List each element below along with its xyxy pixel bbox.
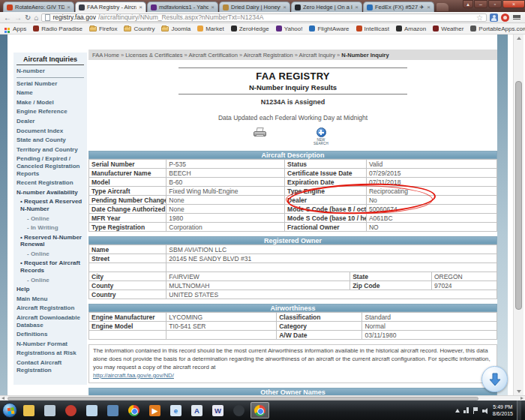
- close-button[interactable]: ×: [502, 0, 525, 8]
- bookmark-country[interactable]: Country: [124, 26, 154, 32]
- network-icon[interactable]: [464, 407, 470, 413]
- sidebar-item-main-menu[interactable]: Main Menu: [16, 296, 84, 303]
- sidebar-item-reserved-n-number-renewal[interactable]: Reserved N-Number Renewal: [20, 234, 84, 248]
- forward-icon[interactable]: →: [14, 14, 22, 22]
- aircraft-record-link[interactable]: http://aircraft.faa.gov/e.gov/ND/: [93, 372, 174, 379]
- scroll-up-arrow[interactable]: [517, 37, 521, 40]
- taskbar-windows-explorer[interactable]: [20, 402, 38, 418]
- new-tab-button[interactable]: [436, 3, 448, 11]
- url-bar[interactable]: registry.faa.gov /aircraftinquiry/NNum_R…: [41, 14, 487, 22]
- breadcrumb-aircraft-certification[interactable]: Aircraft Certification: [188, 52, 237, 58]
- bookmark-market[interactable]: Market: [197, 26, 224, 32]
- bookmark-joomla[interactable]: Joomla: [161, 26, 190, 32]
- sidebar-item-contact-aircraft-registration[interactable]: Contact Aircraft Registration: [16, 359, 84, 374]
- print-icon[interactable]: [254, 128, 266, 138]
- home-icon[interactable]: ⌂: [34, 14, 38, 22]
- browser-tab-mdfavionics1-yahoo-m[interactable]: mdfavionics1 - Yahoo M×: [147, 2, 218, 12]
- bookmark-zerohedge[interactable]: ZeroHedge: [231, 26, 269, 32]
- sidebar-item-state-and-county[interactable]: State and County: [16, 136, 84, 144]
- start-button[interactable]: [2, 403, 17, 418]
- taskbar-notepad[interactable]: [82, 402, 101, 418]
- horizontal-scrollbar[interactable]: [0, 395, 525, 400]
- frame-uparrow-button[interactable]: ▴: [463, 0, 473, 8]
- sidebar-item-aircraft-registration[interactable]: Aircraft Registration: [16, 304, 84, 312]
- tab-close-icon[interactable]: ×: [427, 4, 430, 10]
- sidebar-item-make-model[interactable]: Make / Model: [16, 99, 84, 106]
- chrome-menu-icon[interactable]: [512, 14, 521, 21]
- sidebar-item-online[interactable]: Online: [27, 277, 84, 284]
- sidebar-item-definitions[interactable]: Definitions: [16, 331, 84, 338]
- vertical-scrollbar[interactable]: [513, 34, 524, 395]
- sidebar-item-document-index[interactable]: Document Index: [16, 128, 84, 135]
- taskbar-calculator[interactable]: [40, 402, 59, 418]
- red-extension-icon[interactable]: [501, 14, 509, 22]
- sidebar-item-pending-expired-canceled-registration-reports[interactable]: Pending / Expired / Canceled Registratio…: [16, 155, 84, 177]
- tab-close-icon[interactable]: ×: [211, 4, 214, 10]
- apps-shortcut[interactable]: Apps: [4, 26, 26, 32]
- tab-close-icon[interactable]: ×: [355, 4, 358, 10]
- breadcrumb-licenses-certificates[interactable]: Licenses & Certificates: [125, 52, 182, 58]
- show-desktop-button[interactable]: [517, 400, 521, 420]
- maximize-button[interactable]: ▫: [488, 0, 502, 8]
- scroll-down-arrow[interactable]: [517, 390, 521, 393]
- browser-tab-faa-registry-aircraft[interactable]: FAA Registry - Aircraft -×: [75, 2, 146, 12]
- bookmark-portableapps-com[interactable]: PortableApps.com: [470, 26, 525, 32]
- action-center-flag-icon[interactable]: [473, 407, 478, 414]
- minimize-button[interactable]: –: [474, 0, 488, 8]
- tab-close-icon[interactable]: ×: [67, 4, 70, 10]
- bookmark-firefox[interactable]: Firefox: [89, 26, 117, 32]
- breadcrumb-aircraft-registration[interactable]: Aircraft Registration: [244, 52, 293, 58]
- tab-close-icon[interactable]: ×: [139, 4, 142, 10]
- sidebar-item-territory-and-country[interactable]: Territory and Country: [16, 146, 84, 154]
- taskbar-wordperfect[interactable]: W: [208, 402, 227, 418]
- taskbar-dark-app[interactable]: [230, 402, 248, 418]
- sidebar-item-n-number-format[interactable]: N-Number Format: [16, 340, 84, 348]
- bookmark-weather[interactable]: Weather: [433, 26, 464, 32]
- hidden-icons-chevron[interactable]: [455, 409, 460, 412]
- scroll-left-arrow[interactable]: [2, 397, 4, 400]
- sidebar-item-request-a-reserved-n-number[interactable]: Request A Reserved N-Number: [20, 198, 84, 212]
- sidebar-item-request-for-aircraft-records[interactable]: Request for Aircraft Records: [20, 260, 84, 274]
- sidebar-item-n-number[interactable]: N-number: [16, 68, 84, 78]
- sidebar-item-aircraft-downloadable-database[interactable]: Aircraft Downloadable Database: [16, 314, 84, 328]
- profile-extension-icon[interactable]: [490, 14, 498, 22]
- bookmark-yahoo[interactable]: Yahoo!: [276, 26, 303, 32]
- taskbar-chrome-active[interactable]: [250, 402, 269, 418]
- breadcrumb-faa-home[interactable]: FAA Home: [92, 52, 119, 58]
- taskbar-app-a[interactable]: A: [188, 402, 206, 418]
- bookmark-flightaware[interactable]: FlightAware: [309, 26, 349, 32]
- new-search-button[interactable]: NEW SEARCH: [310, 128, 332, 146]
- sidebar-item-help[interactable]: Help: [16, 286, 84, 293]
- download-overlay-icon[interactable]: [482, 366, 508, 392]
- taskbar-chrome[interactable]: [124, 402, 143, 418]
- scroll-right-arrow[interactable]: [520, 397, 524, 400]
- sidebar-item-name[interactable]: Name: [16, 89, 84, 97]
- bookmark-intellicast[interactable]: Intellicast: [356, 26, 389, 32]
- tab-close-icon[interactable]: ×: [283, 4, 286, 10]
- bookmark-star-icon[interactable]: ☆: [476, 14, 483, 22]
- sidebar-item-in-writing[interactable]: In Writing: [27, 224, 84, 232]
- sidebar-item-dealer[interactable]: Dealer: [16, 118, 84, 125]
- bookmark-radio-paradise[interactable]: Radio Paradise: [33, 26, 82, 32]
- volume-icon[interactable]: [482, 407, 489, 414]
- sidebar-item-n-number-availability[interactable]: N-number Availability: [16, 189, 84, 196]
- browser-tab-rotateaero-giv-tdr-9[interactable]: RotateAero: GIV TDR-9×: [3, 2, 74, 12]
- taskbar-snipping-tool[interactable]: [62, 402, 80, 418]
- back-icon[interactable]: ←: [4, 14, 11, 22]
- browser-tab-zero-hedge-on-a-long[interactable]: Zero Hedge | On a long×: [291, 2, 362, 12]
- taskbar-clock[interactable]: 5:49 PM 8/6/2015: [493, 404, 513, 417]
- sidebar-item-online[interactable]: Online: [27, 215, 84, 223]
- bookmark-amazon[interactable]: Amazon: [396, 26, 426, 32]
- taskbar-internet-explorer[interactable]: e: [166, 402, 185, 418]
- sidebar-item-engine-reference[interactable]: Engine Reference: [16, 108, 84, 116]
- sidebar-item-recent-registration[interactable]: Recent Registration: [16, 179, 84, 187]
- sidebar-item-online[interactable]: Online: [27, 250, 84, 258]
- browser-tab-dried-dairy-honeyville[interactable]: Dried Dairy | Honeyville×: [219, 2, 290, 12]
- vertical-scrollbar-thumb[interactable]: [515, 81, 522, 310]
- browser-tab-fedex-fx-527-fligh[interactable]: FedEx (FX) #527 ✈ Fligh×: [363, 2, 434, 12]
- sidebar-item-registrations-at-risk[interactable]: Registrations at Risk: [16, 350, 84, 357]
- taskbar-media-player[interactable]: ▶: [146, 402, 164, 418]
- sidebar-item-serial-number[interactable]: Serial Number: [16, 80, 84, 88]
- taskbar-my-computer[interactable]: [104, 402, 122, 418]
- breadcrumb-aircraft-inquiry[interactable]: Aircraft Inquiry: [299, 52, 335, 58]
